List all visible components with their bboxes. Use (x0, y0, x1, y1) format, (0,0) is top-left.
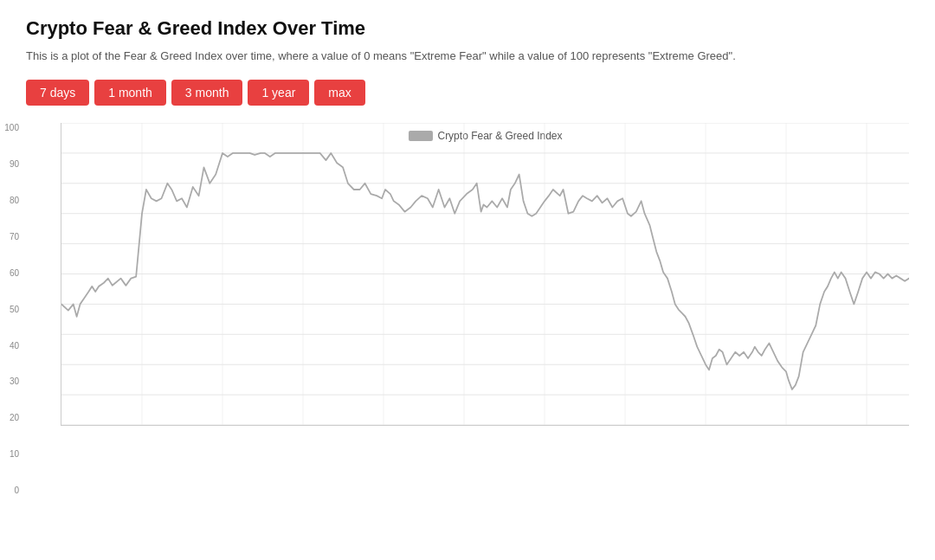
y-label-60: 60 (0, 268, 19, 278)
y-label-90: 90 (0, 159, 19, 169)
y-label-80: 80 (0, 196, 19, 205)
y-label-0: 0 (0, 486, 19, 495)
btn-3month[interactable]: 3 month (171, 80, 243, 106)
y-label-10: 10 (0, 449, 19, 459)
y-label-20: 20 (0, 413, 19, 422)
page-subtitle: This is a plot of the Fear & Greed Index… (26, 48, 909, 64)
time-range-buttons: 7 days 1 month 3 month 1 year max (26, 80, 909, 106)
y-label-30: 30 (0, 377, 19, 386)
chart-area: Crypto Fear & Greed Index (61, 123, 909, 426)
btn-7days[interactable]: 7 days (26, 80, 89, 106)
chart-svg (61, 123, 909, 425)
btn-1year[interactable]: 1 year (248, 80, 309, 106)
y-axis: 100 90 80 70 60 50 40 30 20 10 0 (0, 123, 19, 495)
btn-1month[interactable]: 1 month (94, 80, 166, 106)
btn-max[interactable]: max (314, 80, 364, 106)
page-title: Crypto Fear & Greed Index Over Time (26, 17, 909, 40)
y-label-50: 50 (0, 305, 19, 314)
chart-container: Value 100 90 80 70 60 50 40 30 20 10 0 C… (26, 123, 909, 495)
y-label-100: 100 (0, 123, 19, 132)
y-label-70: 70 (0, 232, 19, 241)
y-label-40: 40 (0, 341, 19, 351)
